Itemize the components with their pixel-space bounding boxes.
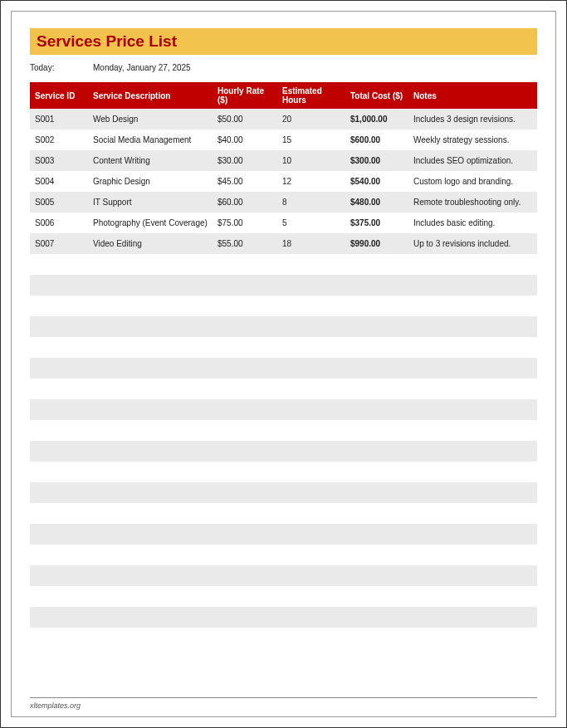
cell-estimated-hours: 15 <box>277 129 345 150</box>
table-row-empty <box>30 254 537 275</box>
cell-estimated-hours: 5 <box>277 213 345 233</box>
cell-service-id: S002 <box>30 129 88 150</box>
cell-hourly-rate: $30.00 <box>213 150 277 171</box>
table-row-empty <box>30 462 537 482</box>
table-row: S004Graphic Design$45.0012$540.00Custom … <box>30 171 537 192</box>
cell-estimated-hours: 18 <box>277 233 345 254</box>
cell-hourly-rate: $55.00 <box>213 233 277 254</box>
table-row: S001Web Design$50.0020$1,000.00Includes … <box>30 109 537 129</box>
cell-total-cost: $600.00 <box>345 129 408 150</box>
col-hourly-rate: Hourly Rate ($) <box>213 82 277 109</box>
cell-total-cost: $540.00 <box>345 171 408 192</box>
cell-total-cost: $480.00 <box>345 192 408 213</box>
table-row-empty <box>30 316 537 337</box>
services-table: Service ID Service Description Hourly Ra… <box>30 82 537 628</box>
col-service-id: Service ID <box>30 82 88 109</box>
cell-estimated-hours: 12 <box>277 171 345 192</box>
cell-total-cost: $375.00 <box>345 213 408 233</box>
cell-notes: Weekly strategy sessions. <box>408 129 537 150</box>
cell-service-desc: Content Writing <box>88 150 213 171</box>
table-row-empty <box>30 420 537 441</box>
col-estimated-hours: Estimated Hours <box>277 82 345 109</box>
cell-estimated-hours: 20 <box>277 109 345 129</box>
table-row: S002Social Media Management$40.0015$600.… <box>30 129 537 150</box>
table-row: S007Video Editing$55.0018$990.00Up to 3 … <box>30 233 537 254</box>
date-value: Monday, January 27, 2025 <box>93 63 191 72</box>
cell-service-id: S003 <box>30 150 88 171</box>
cell-notes: Includes SEO optimization. <box>408 150 537 171</box>
table-row-empty <box>30 358 537 379</box>
cell-hourly-rate: $60.00 <box>213 192 277 213</box>
cell-service-desc: Video Editing <box>88 233 213 254</box>
table-row-empty <box>30 545 537 565</box>
table-row-empty <box>30 275 537 296</box>
table-row-empty <box>30 586 537 607</box>
cell-total-cost: $300.00 <box>345 150 408 171</box>
table-row-empty <box>30 296 537 316</box>
cell-notes: Custom logo and branding. <box>408 171 537 192</box>
table-row-empty <box>30 337 537 358</box>
table-header-row: Service ID Service Description Hourly Ra… <box>30 82 537 109</box>
cell-service-desc: Graphic Design <box>88 171 213 192</box>
title-bar: Services Price List <box>30 28 537 55</box>
cell-service-id: S006 <box>30 213 88 233</box>
table-row-empty <box>30 524 537 545</box>
table-row: S005IT Support$60.008$480.00Remote troub… <box>30 192 537 213</box>
col-notes: Notes <box>408 82 537 109</box>
cell-service-desc: Web Design <box>88 109 213 129</box>
cell-estimated-hours: 8 <box>277 192 345 213</box>
table-row-empty <box>30 503 537 524</box>
date-row: Today: Monday, January 27, 2025 <box>30 63 537 72</box>
cell-total-cost: $990.00 <box>345 233 408 254</box>
cell-service-id: S004 <box>30 171 88 192</box>
date-label: Today: <box>30 63 93 72</box>
cell-hourly-rate: $75.00 <box>213 213 277 233</box>
table-row-empty <box>30 565 537 586</box>
cell-service-id: S005 <box>30 192 88 213</box>
cell-hourly-rate: $45.00 <box>213 171 277 192</box>
table-row-empty <box>30 399 537 420</box>
page-title: Services Price List <box>37 32 530 51</box>
col-service-desc: Service Description <box>88 82 213 109</box>
table-row-empty <box>30 482 537 503</box>
cell-hourly-rate: $50.00 <box>213 109 277 129</box>
cell-service-id: S007 <box>30 233 88 254</box>
cell-total-cost: $1,000.00 <box>345 109 408 129</box>
table-row-empty <box>30 607 537 628</box>
cell-notes: Includes 3 design revisions. <box>408 109 537 129</box>
cell-notes: Remote troubleshooting only. <box>408 192 537 213</box>
cell-estimated-hours: 10 <box>277 150 345 171</box>
table-row: S006Photography (Event Coverage)$75.005$… <box>30 213 537 233</box>
cell-notes: Up to 3 revisions included. <box>408 233 537 254</box>
table-row-empty <box>30 441 537 462</box>
footer-text: xltemplates.org <box>30 697 537 710</box>
cell-hourly-rate: $40.00 <box>213 129 277 150</box>
cell-service-desc: IT Support <box>88 192 213 213</box>
cell-service-id: S001 <box>30 109 88 129</box>
cell-service-desc: Social Media Management <box>88 129 213 150</box>
table-row-empty <box>30 379 537 399</box>
cell-service-desc: Photography (Event Coverage) <box>88 213 213 233</box>
col-total-cost: Total Cost ($) <box>345 82 408 109</box>
cell-notes: Includes basic editing. <box>408 213 537 233</box>
table-row: S003Content Writing$30.0010$300.00Includ… <box>30 150 537 171</box>
